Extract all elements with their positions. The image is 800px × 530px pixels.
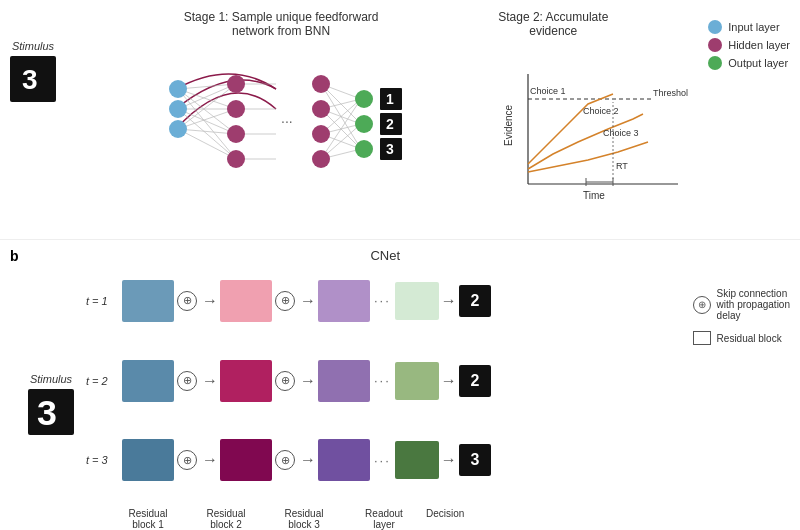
stage2-area: Stage 2: Accumulate evidence Evidence Ti…	[498, 10, 698, 204]
svg-point-42	[355, 115, 373, 133]
legend-output-label: Output layer	[728, 57, 788, 69]
cnet-row-t3: t = 3 ⊕ → ⊕ → ··· → 3	[86, 426, 685, 494]
block-t2-3	[318, 360, 370, 402]
legend-input: Input layer	[708, 20, 779, 34]
stimulus-area: Stimulus 3	[10, 40, 56, 102]
svg-point-36	[227, 150, 245, 168]
stimulus-b: Stimulus 3	[28, 278, 74, 530]
col-label-decision: Decision	[426, 508, 458, 519]
col-label-block1: Residualblock 1	[122, 508, 174, 530]
cnet-title: CNet	[86, 248, 685, 263]
skip-circle-t1-1: ⊕	[177, 291, 197, 311]
svg-text:2: 2	[386, 116, 394, 132]
svg-point-30	[169, 80, 187, 98]
svg-point-38	[312, 100, 330, 118]
stage1-area: Stage 1: Sample unique feedforward netwo…	[64, 10, 498, 219]
arrow-t2-out: →	[441, 372, 457, 390]
block-t3-3	[318, 439, 370, 481]
svg-text:1: 1	[386, 91, 394, 107]
legend-residual-block: Residual block	[693, 331, 790, 345]
svg-text:Threshold: Threshold	[653, 88, 688, 98]
readout-t2	[395, 362, 439, 400]
section-a: Stimulus 3 Stage 1: Sample unique feedfo…	[0, 0, 800, 240]
block-t3-1	[122, 439, 174, 481]
block-t1-3	[318, 280, 370, 322]
svg-text:3: 3	[22, 64, 38, 95]
stage2-label: Stage 2: Accumulate evidence	[498, 10, 608, 38]
cnet-row-t2: t = 2 ⊕ → ⊕ → ··· → 2	[86, 347, 685, 415]
col-label-readout: Readoutlayer	[362, 508, 406, 530]
decision-t2: 2	[459, 365, 491, 397]
stage1-label: Stage 1: Sample unique feedforward netwo…	[184, 10, 379, 38]
legend-input-label: Input layer	[728, 21, 779, 33]
legend-area: Input layer Hidden layer Output layer	[708, 20, 790, 74]
cnet-wrapper: CNet t = 1 ⊕ → ⊕ → ··· → 2 t = 2	[86, 248, 685, 530]
decision-t3: 3	[459, 444, 491, 476]
cnet-row-t1: t = 1 ⊕ → ⊕ → ··· → 2	[86, 267, 685, 335]
legend-b: ⊕ Skip connectionwith propagationdelay R…	[693, 288, 790, 530]
legend-hidden-label: Hidden layer	[728, 39, 790, 51]
skip-circle-t2-2: ⊕	[275, 371, 295, 391]
part-b-label: b	[10, 248, 19, 264]
skip-circle-t3-1: ⊕	[177, 450, 197, 470]
skip-circle-t1-2: ⊕	[275, 291, 295, 311]
skip-circle-t2-1: ⊕	[177, 371, 197, 391]
skip-circle-t3-2: ⊕	[275, 450, 295, 470]
hidden-color	[708, 38, 722, 52]
svg-point-43	[355, 140, 373, 158]
legend-skip-label: Skip connectionwith propagationdelay	[717, 288, 790, 321]
block-t1-2	[220, 280, 272, 322]
bottom-labels: Residualblock 1 Residualblock 2 Residual…	[86, 508, 685, 530]
t2-label: t = 2	[86, 375, 122, 387]
arrow-t3-2: →	[300, 451, 316, 469]
col-label-block3: Residualblock 3	[278, 508, 330, 530]
svg-text:3: 3	[386, 141, 394, 157]
output-color	[708, 56, 722, 70]
arrow-t1-out: →	[441, 292, 457, 310]
svg-text:Time: Time	[583, 190, 605, 201]
t1-label: t = 1	[86, 295, 122, 307]
arrow-t2-1: →	[202, 372, 218, 390]
svg-text:Choice 3: Choice 3	[603, 128, 639, 138]
arrow-t2-2: →	[300, 372, 316, 390]
arrow-t3-1: →	[202, 451, 218, 469]
block-t3-2	[220, 439, 272, 481]
svg-point-33	[227, 75, 245, 93]
svg-text:Choice 1: Choice 1	[530, 86, 566, 96]
svg-point-34	[227, 100, 245, 118]
arrow-t1-1: →	[202, 292, 218, 310]
svg-point-41	[355, 90, 373, 108]
section-b: b Stimulus 3 CNet t = 1 ⊕ → ⊕ → ···	[0, 240, 800, 530]
legend-block-label: Residual block	[717, 333, 782, 344]
col-label-block2: Residualblock 2	[200, 508, 252, 530]
block-t2-2	[220, 360, 272, 402]
legend-skip-connection: ⊕ Skip connectionwith propagationdelay	[693, 288, 790, 321]
svg-point-31	[169, 100, 187, 118]
svg-text:3: 3	[37, 393, 57, 433]
input-color	[708, 20, 722, 34]
block-t2-1	[122, 360, 174, 402]
evidence-chart: Evidence Time Choice 1 Choice 2 Choice 3…	[498, 64, 688, 204]
stimulus-label: Stimulus	[12, 40, 54, 52]
svg-point-39	[312, 125, 330, 143]
stimulus-b-label: Stimulus	[30, 373, 72, 385]
stimulus-b-digit: 3	[28, 389, 74, 435]
arrow-t3-out: →	[441, 451, 457, 469]
legend-output: Output layer	[708, 56, 788, 70]
network-diagram: ··· 1 2 3	[146, 44, 416, 219]
dots-t1: ···	[374, 293, 391, 308]
block-t1-1	[122, 280, 174, 322]
cnet-rows: t = 1 ⊕ → ⊕ → ··· → 2 t = 2 ⊕ → ⊕	[86, 267, 685, 506]
svg-point-37	[312, 75, 330, 93]
readout-t1	[395, 282, 439, 320]
svg-point-35	[227, 125, 245, 143]
residual-block-icon	[693, 331, 711, 345]
svg-line-4	[178, 89, 236, 159]
svg-text:RT: RT	[616, 161, 628, 171]
t3-label: t = 3	[86, 454, 122, 466]
svg-text:···: ···	[281, 113, 293, 129]
svg-point-32	[169, 120, 187, 138]
svg-text:Evidence: Evidence	[503, 104, 514, 146]
svg-point-40	[312, 150, 330, 168]
skip-connection-icon: ⊕	[693, 296, 711, 314]
